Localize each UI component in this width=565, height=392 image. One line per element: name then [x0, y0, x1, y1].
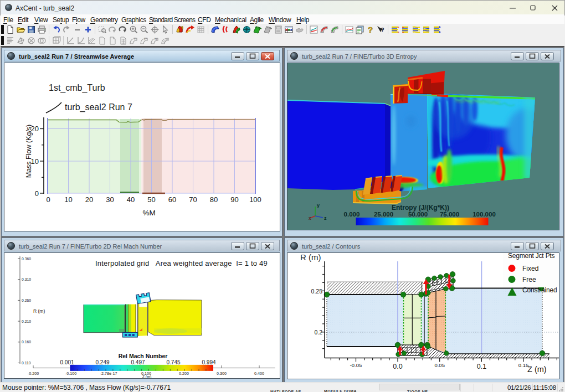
svg-text:80: 80 — [210, 195, 218, 204]
svg-text:0.994: 0.994 — [202, 359, 215, 365]
svg-text:0.310: 0.310 — [22, 277, 31, 281]
svg-text:75.000: 75.000 — [440, 211, 459, 218]
svg-text:Z (m): Z (m) — [527, 365, 547, 374]
svg-text:0.400: 0.400 — [254, 371, 264, 376]
svg-text:Segment Jct Pts: Segment Jct Pts — [508, 253, 555, 260]
svg-text:90: 90 — [230, 195, 238, 204]
svg-text:0.249: 0.249 — [95, 359, 109, 365]
svg-text:R (m): R (m) — [33, 308, 45, 314]
svg-text:Rel Mach Number: Rel Mach Number — [119, 353, 168, 359]
svg-text:Mass Flow (Kg/s): Mass Flow (Kg/s) — [25, 125, 33, 178]
svg-text:0.0: 0.0 — [393, 363, 402, 370]
svg-text:Z (m): Z (m) — [142, 375, 152, 379]
svg-text:0.160: 0.160 — [22, 340, 31, 344]
svg-text:0.745: 0.745 — [166, 359, 180, 365]
svg-text:50.000: 50.000 — [408, 211, 428, 218]
svg-text:x: x — [309, 215, 311, 221]
svg-text:0.1: 0.1 — [477, 363, 486, 370]
svg-text:?: ? — [368, 25, 373, 34]
svg-text:25.000: 25.000 — [374, 211, 393, 218]
svg-text:%M: %M — [142, 209, 155, 217]
svg-text:0.300: 0.300 — [217, 371, 227, 376]
svg-text:0.210: 0.210 — [22, 319, 31, 323]
svg-text:0.2: 0.2 — [314, 329, 322, 336]
svg-text:0: 0 — [35, 189, 39, 198]
svg-text:0.000: 0.000 — [344, 211, 360, 218]
svg-text:h: h — [155, 37, 157, 42]
svg-text:10: 10 — [64, 195, 72, 204]
svg-text:Interpolated grid Area weigh: Interpolated grid Area weighted average … — [95, 259, 268, 267]
svg-text:50: 50 — [147, 195, 155, 204]
svg-text:40: 40 — [127, 195, 135, 204]
svg-text:z: z — [324, 215, 327, 221]
svg-text:0.110: 0.110 — [22, 361, 31, 365]
svg-text:0.360: 0.360 — [22, 257, 31, 261]
svg-text:P: P — [144, 37, 147, 42]
svg-text:0.001: 0.001 — [60, 359, 74, 365]
svg-text:20: 20 — [85, 195, 93, 204]
svg-text:0.05: 0.05 — [434, 362, 445, 368]
svg-text:0.260: 0.260 — [22, 298, 31, 302]
svg-text:0.25: 0.25 — [311, 288, 323, 295]
svg-text:?: ? — [381, 27, 384, 33]
svg-text:y: y — [317, 203, 320, 208]
svg-text:0: 0 — [46, 195, 50, 204]
svg-text:Constrained: Constrained — [522, 286, 557, 294]
svg-text:0.497: 0.497 — [131, 359, 145, 365]
svg-text:-0.100: -0.100 — [65, 371, 76, 376]
svg-text:100: 100 — [249, 195, 261, 204]
svg-text:100.000: 100.000 — [472, 211, 496, 218]
svg-text:60: 60 — [168, 195, 176, 204]
svg-text:Fixed: Fixed — [522, 265, 538, 272]
svg-text:70: 70 — [189, 195, 197, 204]
svg-text:-0.05: -0.05 — [350, 362, 362, 368]
svg-text:1st_cmb_Turb: 1st_cmb_Turb — [49, 83, 105, 93]
svg-text:-0.200: -0.200 — [28, 371, 39, 376]
svg-text:0.200: 0.200 — [179, 371, 189, 376]
svg-text:R (m): R (m) — [300, 253, 321, 262]
svg-text:Free: Free — [522, 276, 536, 283]
svg-text:turb_seal2 Run 7: turb_seal2 Run 7 — [65, 102, 132, 112]
svg-text:T: T — [133, 37, 136, 42]
svg-text:-2.78e-17: -2.78e-17 — [100, 371, 117, 376]
svg-text:30: 30 — [106, 195, 114, 204]
